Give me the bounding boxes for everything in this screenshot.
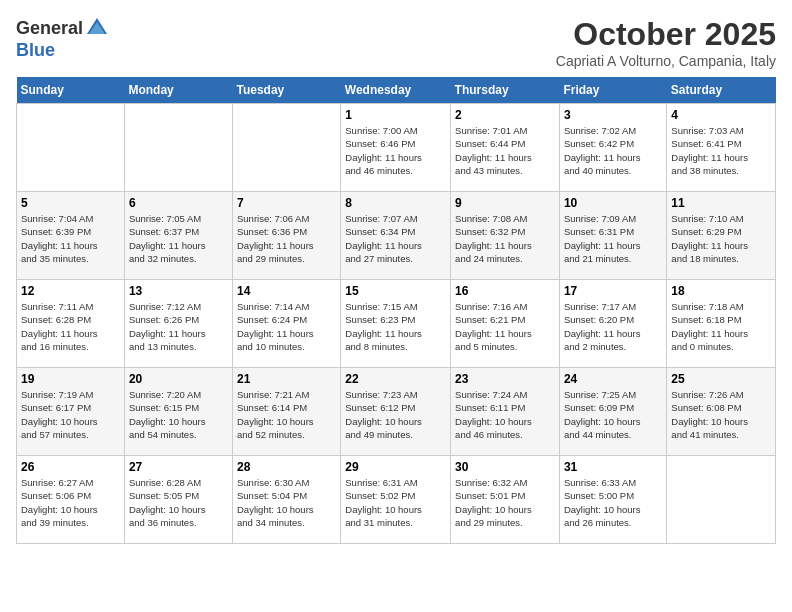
day-number: 8: [345, 196, 446, 210]
calendar-table: Sunday Monday Tuesday Wednesday Thursday…: [16, 77, 776, 544]
table-row: 1Sunrise: 7:00 AM Sunset: 6:46 PM Daylig…: [341, 104, 451, 192]
day-info: Sunrise: 7:21 AM Sunset: 6:14 PM Dayligh…: [237, 388, 336, 441]
calendar-week-row: 19Sunrise: 7:19 AM Sunset: 6:17 PM Dayli…: [17, 368, 776, 456]
day-number: 7: [237, 196, 336, 210]
subtitle: Capriati A Volturno, Campania, Italy: [556, 53, 776, 69]
table-row: 19Sunrise: 7:19 AM Sunset: 6:17 PM Dayli…: [17, 368, 125, 456]
day-info: Sunrise: 7:10 AM Sunset: 6:29 PM Dayligh…: [671, 212, 771, 265]
day-info: Sunrise: 6:32 AM Sunset: 5:01 PM Dayligh…: [455, 476, 555, 529]
header-thursday: Thursday: [451, 77, 560, 104]
day-info: Sunrise: 6:33 AM Sunset: 5:00 PM Dayligh…: [564, 476, 662, 529]
day-info: Sunrise: 7:06 AM Sunset: 6:36 PM Dayligh…: [237, 212, 336, 265]
day-info: Sunrise: 6:27 AM Sunset: 5:06 PM Dayligh…: [21, 476, 120, 529]
day-number: 11: [671, 196, 771, 210]
day-number: 10: [564, 196, 662, 210]
day-number: 28: [237, 460, 336, 474]
day-number: 4: [671, 108, 771, 122]
table-row: 4Sunrise: 7:03 AM Sunset: 6:41 PM Daylig…: [667, 104, 776, 192]
day-number: 14: [237, 284, 336, 298]
table-row: 9Sunrise: 7:08 AM Sunset: 6:32 PM Daylig…: [451, 192, 560, 280]
table-row: 17Sunrise: 7:17 AM Sunset: 6:20 PM Dayli…: [559, 280, 666, 368]
header-sunday: Sunday: [17, 77, 125, 104]
day-info: Sunrise: 6:30 AM Sunset: 5:04 PM Dayligh…: [237, 476, 336, 529]
day-info: Sunrise: 7:23 AM Sunset: 6:12 PM Dayligh…: [345, 388, 446, 441]
day-info: Sunrise: 6:31 AM Sunset: 5:02 PM Dayligh…: [345, 476, 446, 529]
header-tuesday: Tuesday: [233, 77, 341, 104]
day-info: Sunrise: 7:04 AM Sunset: 6:39 PM Dayligh…: [21, 212, 120, 265]
header-wednesday: Wednesday: [341, 77, 451, 104]
day-number: 12: [21, 284, 120, 298]
header-friday: Friday: [559, 77, 666, 104]
day-number: 27: [129, 460, 228, 474]
table-row: 27Sunrise: 6:28 AM Sunset: 5:05 PM Dayli…: [124, 456, 232, 544]
table-row: 26Sunrise: 6:27 AM Sunset: 5:06 PM Dayli…: [17, 456, 125, 544]
table-row: 12Sunrise: 7:11 AM Sunset: 6:28 PM Dayli…: [17, 280, 125, 368]
day-info: Sunrise: 7:05 AM Sunset: 6:37 PM Dayligh…: [129, 212, 228, 265]
day-number: 30: [455, 460, 555, 474]
day-info: Sunrise: 7:16 AM Sunset: 6:21 PM Dayligh…: [455, 300, 555, 353]
table-row: 30Sunrise: 6:32 AM Sunset: 5:01 PM Dayli…: [451, 456, 560, 544]
table-row: 2Sunrise: 7:01 AM Sunset: 6:44 PM Daylig…: [451, 104, 560, 192]
table-row: 29Sunrise: 6:31 AM Sunset: 5:02 PM Dayli…: [341, 456, 451, 544]
page-header: General Blue October 2025 Capriati A Vol…: [16, 16, 776, 69]
day-number: 18: [671, 284, 771, 298]
day-number: 9: [455, 196, 555, 210]
table-row: 21Sunrise: 7:21 AM Sunset: 6:14 PM Dayli…: [233, 368, 341, 456]
table-row: 16Sunrise: 7:16 AM Sunset: 6:21 PM Dayli…: [451, 280, 560, 368]
day-number: 2: [455, 108, 555, 122]
day-info: Sunrise: 7:15 AM Sunset: 6:23 PM Dayligh…: [345, 300, 446, 353]
calendar-week-row: 12Sunrise: 7:11 AM Sunset: 6:28 PM Dayli…: [17, 280, 776, 368]
header-saturday: Saturday: [667, 77, 776, 104]
day-info: Sunrise: 7:24 AM Sunset: 6:11 PM Dayligh…: [455, 388, 555, 441]
table-row: 11Sunrise: 7:10 AM Sunset: 6:29 PM Dayli…: [667, 192, 776, 280]
day-number: 29: [345, 460, 446, 474]
day-info: Sunrise: 7:09 AM Sunset: 6:31 PM Dayligh…: [564, 212, 662, 265]
day-info: Sunrise: 7:17 AM Sunset: 6:20 PM Dayligh…: [564, 300, 662, 353]
day-info: Sunrise: 7:20 AM Sunset: 6:15 PM Dayligh…: [129, 388, 228, 441]
day-info: Sunrise: 7:00 AM Sunset: 6:46 PM Dayligh…: [345, 124, 446, 177]
table-row: 22Sunrise: 7:23 AM Sunset: 6:12 PM Dayli…: [341, 368, 451, 456]
day-info: Sunrise: 7:26 AM Sunset: 6:08 PM Dayligh…: [671, 388, 771, 441]
day-number: 1: [345, 108, 446, 122]
day-number: 24: [564, 372, 662, 386]
day-info: Sunrise: 7:11 AM Sunset: 6:28 PM Dayligh…: [21, 300, 120, 353]
day-info: Sunrise: 7:02 AM Sunset: 6:42 PM Dayligh…: [564, 124, 662, 177]
table-row: 13Sunrise: 7:12 AM Sunset: 6:26 PM Dayli…: [124, 280, 232, 368]
table-row: 25Sunrise: 7:26 AM Sunset: 6:08 PM Dayli…: [667, 368, 776, 456]
table-row: 14Sunrise: 7:14 AM Sunset: 6:24 PM Dayli…: [233, 280, 341, 368]
table-row: [233, 104, 341, 192]
table-row: 6Sunrise: 7:05 AM Sunset: 6:37 PM Daylig…: [124, 192, 232, 280]
day-number: 23: [455, 372, 555, 386]
day-number: 6: [129, 196, 228, 210]
table-row: 31Sunrise: 6:33 AM Sunset: 5:00 PM Dayli…: [559, 456, 666, 544]
day-number: 5: [21, 196, 120, 210]
day-number: 3: [564, 108, 662, 122]
day-number: 26: [21, 460, 120, 474]
day-number: 21: [237, 372, 336, 386]
header-monday: Monday: [124, 77, 232, 104]
day-info: Sunrise: 6:28 AM Sunset: 5:05 PM Dayligh…: [129, 476, 228, 529]
logo-general-text: General: [16, 18, 83, 39]
day-number: 15: [345, 284, 446, 298]
day-info: Sunrise: 7:18 AM Sunset: 6:18 PM Dayligh…: [671, 300, 771, 353]
day-number: 22: [345, 372, 446, 386]
table-row: 10Sunrise: 7:09 AM Sunset: 6:31 PM Dayli…: [559, 192, 666, 280]
day-info: Sunrise: 7:01 AM Sunset: 6:44 PM Dayligh…: [455, 124, 555, 177]
day-number: 17: [564, 284, 662, 298]
logo: General Blue: [16, 16, 109, 61]
table-row: [124, 104, 232, 192]
day-number: 20: [129, 372, 228, 386]
day-info: Sunrise: 7:14 AM Sunset: 6:24 PM Dayligh…: [237, 300, 336, 353]
table-row: 8Sunrise: 7:07 AM Sunset: 6:34 PM Daylig…: [341, 192, 451, 280]
table-row: 5Sunrise: 7:04 AM Sunset: 6:39 PM Daylig…: [17, 192, 125, 280]
month-title: October 2025: [556, 16, 776, 53]
day-info: Sunrise: 7:08 AM Sunset: 6:32 PM Dayligh…: [455, 212, 555, 265]
table-row: 15Sunrise: 7:15 AM Sunset: 6:23 PM Dayli…: [341, 280, 451, 368]
table-row: 3Sunrise: 7:02 AM Sunset: 6:42 PM Daylig…: [559, 104, 666, 192]
logo-blue-text: Blue: [16, 40, 55, 61]
day-info: Sunrise: 7:19 AM Sunset: 6:17 PM Dayligh…: [21, 388, 120, 441]
day-info: Sunrise: 7:07 AM Sunset: 6:34 PM Dayligh…: [345, 212, 446, 265]
calendar-header-row: Sunday Monday Tuesday Wednesday Thursday…: [17, 77, 776, 104]
calendar-week-row: 5Sunrise: 7:04 AM Sunset: 6:39 PM Daylig…: [17, 192, 776, 280]
table-row: 23Sunrise: 7:24 AM Sunset: 6:11 PM Dayli…: [451, 368, 560, 456]
